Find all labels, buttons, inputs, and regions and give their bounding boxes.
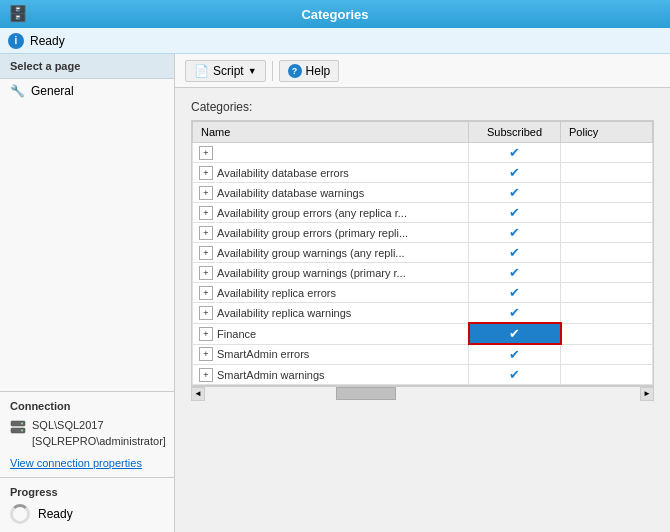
checkbox-checked-icon: ✔ bbox=[509, 245, 520, 260]
progress-section: Progress Ready bbox=[0, 477, 174, 532]
row-subscribed-cell[interactable]: ✔ bbox=[469, 365, 561, 385]
select-page-title: Select a page bbox=[0, 54, 174, 79]
row-policy-cell bbox=[561, 365, 653, 385]
table-row: +Availability group errors (primary repl… bbox=[193, 223, 653, 243]
window-title: Categories bbox=[301, 7, 368, 22]
checkbox-checked-icon: ✔ bbox=[509, 367, 520, 382]
header-policy: Policy bbox=[561, 122, 653, 143]
row-policy-cell bbox=[561, 163, 653, 183]
expand-btn[interactable]: + bbox=[199, 146, 213, 160]
script-button[interactable]: 📄 Script ▼ bbox=[185, 60, 266, 82]
expand-btn[interactable]: + bbox=[199, 306, 213, 320]
row-policy-cell bbox=[561, 143, 653, 163]
row-name-cell: +Availability database errors bbox=[193, 163, 469, 183]
checkbox-checked-icon: ✔ bbox=[509, 305, 520, 320]
row-policy-cell bbox=[561, 243, 653, 263]
row-policy-cell bbox=[561, 223, 653, 243]
row-name-cell: +Availability database warnings bbox=[193, 183, 469, 203]
connection-title: Connection bbox=[10, 400, 164, 412]
expand-btn[interactable]: + bbox=[199, 246, 213, 260]
table-row: +✔ bbox=[193, 143, 653, 163]
info-bar: i Ready bbox=[0, 28, 670, 54]
row-subscribed-cell[interactable]: ✔ bbox=[469, 243, 561, 263]
scroll-thumb[interactable] bbox=[336, 387, 396, 400]
row-subscribed-cell[interactable]: ✔ bbox=[469, 303, 561, 324]
table-header-row: Name Subscribed Policy bbox=[193, 122, 653, 143]
help-icon: ? bbox=[288, 64, 302, 78]
svg-point-3 bbox=[21, 430, 23, 432]
row-name-text: Availability group warnings (primary r..… bbox=[217, 267, 406, 279]
row-name-text: Availability group warnings (any repli..… bbox=[217, 247, 405, 259]
row-name-cell: +SmartAdmin errors bbox=[193, 344, 469, 365]
scroll-right-arrow[interactable]: ► bbox=[640, 387, 654, 401]
row-name-cell: +Availability group warnings (primary r.… bbox=[193, 263, 469, 283]
table-row: +SmartAdmin warnings✔ bbox=[193, 365, 653, 385]
table-scroll-container[interactable]: Name Subscribed Policy +✔+Availability d… bbox=[191, 120, 654, 386]
scroll-track[interactable] bbox=[205, 387, 640, 400]
script-dropdown-icon: ▼ bbox=[248, 66, 257, 76]
row-policy-cell bbox=[561, 344, 653, 365]
script-icon: 📄 bbox=[194, 64, 209, 78]
connection-section: Connection SQL\SQL2017 [SQLREPRO\adminis… bbox=[0, 391, 174, 477]
expand-btn[interactable]: + bbox=[199, 226, 213, 240]
status-text: Ready bbox=[30, 34, 65, 48]
expand-btn[interactable]: + bbox=[199, 266, 213, 280]
checkbox-checked-icon: ✔ bbox=[509, 347, 520, 362]
checkbox-checked-icon: ✔ bbox=[509, 205, 520, 220]
toolbar: 📄 Script ▼ ? Help bbox=[175, 54, 670, 88]
row-name-cell: +Availability replica errors bbox=[193, 283, 469, 303]
help-label: Help bbox=[306, 64, 331, 78]
row-subscribed-cell[interactable]: ✔ bbox=[469, 183, 561, 203]
row-name-text: Availability group errors (primary repli… bbox=[217, 227, 408, 239]
expand-btn[interactable]: + bbox=[199, 327, 213, 341]
row-subscribed-cell[interactable]: ✔ bbox=[469, 203, 561, 223]
row-name-cell: +Availability group errors (primary repl… bbox=[193, 223, 469, 243]
server-user: [SQLREPRO\administrator] bbox=[32, 434, 166, 449]
row-subscribed-cell[interactable]: ✔ bbox=[469, 223, 561, 243]
connection-item: SQL\SQL2017 [SQLREPRO\administrator] bbox=[10, 418, 164, 449]
checkbox-checked-icon: ✔ bbox=[509, 145, 520, 160]
script-label: Script bbox=[213, 64, 244, 78]
scroll-bar-area[interactable]: ◄ ► bbox=[191, 386, 654, 400]
view-properties-link[interactable]: View connection properties bbox=[10, 457, 164, 469]
help-button[interactable]: ? Help bbox=[279, 60, 340, 82]
row-name-text: Finance bbox=[217, 328, 256, 340]
expand-btn[interactable]: + bbox=[199, 286, 213, 300]
row-policy-cell bbox=[561, 323, 653, 344]
row-subscribed-cell[interactable]: ✔ bbox=[469, 263, 561, 283]
row-policy-cell bbox=[561, 263, 653, 283]
checkbox-checked-icon: ✔ bbox=[509, 185, 520, 200]
expand-btn[interactable]: + bbox=[199, 347, 213, 361]
categories-label: Categories: bbox=[191, 100, 654, 114]
table-row: +Availability group errors (any replica … bbox=[193, 203, 653, 223]
table-row: +Availability replica errors✔ bbox=[193, 283, 653, 303]
sidebar: Select a page 🔧 General Connection bbox=[0, 54, 175, 532]
title-bar-icon: 🗄️ bbox=[8, 4, 28, 23]
row-name-text: Availability replica warnings bbox=[217, 307, 351, 319]
expand-btn[interactable]: + bbox=[199, 186, 213, 200]
expand-btn[interactable]: + bbox=[199, 166, 213, 180]
progress-item: Ready bbox=[10, 504, 164, 524]
row-policy-cell bbox=[561, 303, 653, 324]
expand-btn[interactable]: + bbox=[199, 206, 213, 220]
row-name-text: SmartAdmin errors bbox=[217, 348, 309, 360]
header-subscribed: Subscribed bbox=[469, 122, 561, 143]
row-policy-cell bbox=[561, 183, 653, 203]
row-name-cell: +Finance bbox=[193, 323, 469, 344]
row-subscribed-cell[interactable]: ✔ bbox=[469, 283, 561, 303]
sidebar-item-general[interactable]: 🔧 General bbox=[0, 79, 174, 103]
checkbox-checked-icon: ✔ bbox=[509, 285, 520, 300]
table-row: +Availability database warnings✔ bbox=[193, 183, 653, 203]
row-name-cell: +SmartAdmin warnings bbox=[193, 365, 469, 385]
content-body: Categories: Name Subscribed Policy +✔+Av… bbox=[175, 88, 670, 532]
table-row: +Finance✔ bbox=[193, 323, 653, 344]
row-subscribed-cell[interactable]: ✔ bbox=[469, 344, 561, 365]
row-subscribed-cell[interactable]: ✔ bbox=[469, 143, 561, 163]
row-subscribed-cell[interactable]: ✔ bbox=[469, 323, 561, 344]
main-layout: Select a page 🔧 General Connection bbox=[0, 54, 670, 532]
table-row: +Availability replica warnings✔ bbox=[193, 303, 653, 324]
scroll-left-arrow[interactable]: ◄ bbox=[191, 387, 205, 401]
expand-btn[interactable]: + bbox=[199, 368, 213, 382]
wrench-icon: 🔧 bbox=[10, 84, 25, 98]
row-subscribed-cell[interactable]: ✔ bbox=[469, 163, 561, 183]
